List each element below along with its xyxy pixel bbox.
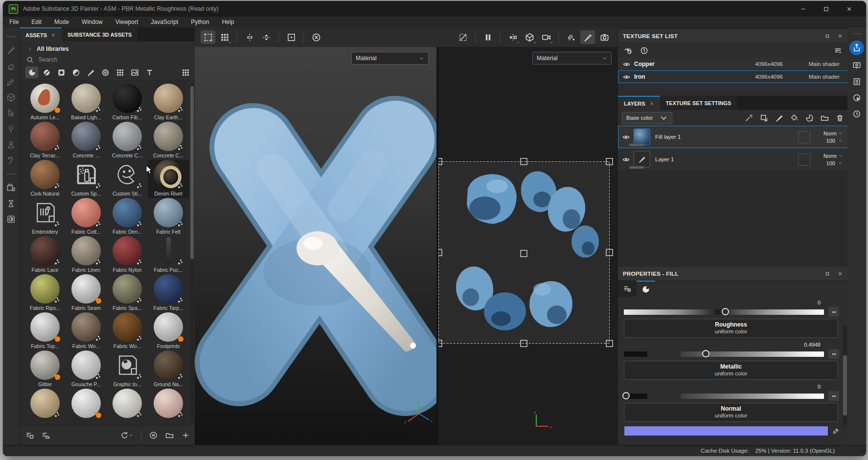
all-libraries-row[interactable]: All libraries: [20, 42, 195, 53]
asset-tile[interactable]: Custom Sp...: [66, 160, 107, 198]
mirror-y-button[interactable]: [259, 30, 274, 44]
asset-tile[interactable]: Fabric Lace: [24, 236, 66, 274]
pause-button[interactable]: [480, 30, 495, 44]
clear-button[interactable]: [149, 431, 158, 439]
shading-mode-dropdown-3d[interactable]: Material: [351, 52, 429, 65]
asset-tile[interactable]: Carbon Fib...: [107, 84, 148, 122]
eye-refresh-icon[interactable]: [624, 46, 632, 55]
asset-tile[interactable]: Concrete ...: [66, 122, 107, 160]
list-save-button[interactable]: [25, 431, 34, 439]
filter-images-button[interactable]: [128, 66, 141, 78]
assets-scrollbar[interactable]: [190, 83, 194, 422]
layers-empty-area[interactable]: [618, 171, 848, 267]
texture-set-row[interactable]: Iron 4096x4096 Main shader: [618, 70, 848, 83]
reset-button[interactable]: [309, 30, 323, 44]
channel-filter-dropdown[interactable]: Base color: [622, 112, 672, 124]
effect-wand-button[interactable]: [745, 113, 753, 122]
menu-javascript[interactable]: JavaScript: [144, 18, 184, 26]
new-folder-button[interactable]: [165, 431, 174, 439]
close-icon[interactable]: [846, 6, 852, 12]
smart-material-button[interactable]: [805, 113, 814, 122]
tab-layer-parameters[interactable]: [618, 281, 637, 297]
particles-button[interactable]: [564, 30, 578, 44]
asset-tile[interactable]: Autumn Le...: [24, 84, 66, 122]
close-tab-icon[interactable]: [51, 33, 56, 38]
viewport-3d[interactable]: Material y z x: [195, 47, 436, 445]
eraser-tool[interactable]: [6, 61, 16, 70]
tab-substance-3d-assets[interactable]: SUBSTANCE 3D ASSETS: [62, 27, 137, 42]
eye-icon[interactable]: [623, 61, 630, 68]
asset-tile[interactable]: [66, 389, 107, 425]
asset-tile[interactable]: Fabric Nylon: [107, 236, 148, 274]
clone-tool[interactable]: [6, 124, 16, 133]
blend-mode-dropdown[interactable]: Norm: [823, 131, 843, 136]
maximize-icon[interactable]: [823, 6, 829, 12]
filter-stencils-button[interactable]: [55, 66, 68, 78]
history-tool[interactable]: [6, 198, 16, 208]
properties-scrollbar[interactable]: [843, 326, 847, 425]
filter-materials-button[interactable]: [25, 66, 38, 78]
normal-channel-button[interactable]: Normal uniform color: [624, 403, 838, 422]
asset-tile[interactable]: Glitter: [24, 350, 66, 389]
menu-mode[interactable]: Mode: [48, 18, 75, 26]
asset-tile[interactable]: Fabric Cott...: [66, 198, 107, 236]
tiling-button[interactable]: [217, 30, 232, 44]
filter-alphas-button[interactable]: [99, 66, 112, 78]
asset-tile[interactable]: Fabric Top...: [24, 312, 66, 350]
asset-tile[interactable]: Fabric Den...: [107, 198, 148, 236]
assets-tool[interactable]: [6, 183, 16, 192]
paint-mode-button[interactable]: [580, 30, 595, 44]
opacity-dropdown[interactable]: 100: [826, 138, 843, 144]
stamp-tool[interactable]: [6, 140, 16, 150]
asset-tile[interactable]: Embroidery: [24, 198, 66, 236]
tab-layers[interactable]: LAYERS: [618, 96, 660, 110]
roughness-channel-button[interactable]: Roughness uniform color: [624, 319, 838, 338]
layer-row[interactable]: Layer 1 Norm 100: [618, 148, 848, 171]
mirror-x-button[interactable]: [242, 30, 257, 44]
asset-tile[interactable]: Clay Earth...: [148, 84, 189, 122]
channel-slider[interactable]: [624, 349, 839, 359]
menu-viewport[interactable]: Viewport: [109, 18, 144, 26]
asset-tile[interactable]: [148, 389, 189, 425]
delete-layer-button[interactable]: [836, 113, 844, 122]
refresh-button[interactable]: [120, 431, 133, 439]
close-tab-icon[interactable]: [649, 101, 654, 106]
eye-icon[interactable]: [622, 133, 630, 141]
menu-window[interactable]: Window: [75, 18, 109, 26]
filter-patterns-button[interactable]: [114, 66, 126, 78]
viewport-2d[interactable]: v u Material: [438, 47, 617, 445]
tab-assets[interactable]: ASSETS: [20, 27, 62, 42]
tab-material-properties[interactable]: [637, 281, 655, 297]
asset-tile[interactable]: Fabric Puc...: [148, 236, 189, 274]
add-paint-layer-button[interactable]: [775, 113, 783, 122]
uniform-color-swatch[interactable]: [624, 426, 828, 436]
asset-tile[interactable]: Fabric Tarp...: [148, 274, 189, 312]
menu-help[interactable]: Help: [216, 18, 241, 26]
bucket-button[interactable]: [790, 113, 799, 122]
slider-track[interactable]: [681, 394, 824, 399]
filter-text-button[interactable]: [143, 66, 156, 78]
list-folder-button[interactable]: [42, 431, 50, 439]
search-input[interactable]: [38, 56, 157, 64]
restore-panel-icon[interactable]: [824, 271, 830, 277]
paint-tool[interactable]: [6, 45, 16, 55]
restore-panel-icon[interactable]: [824, 33, 830, 39]
expand-slider-button[interactable]: [828, 349, 839, 359]
asset-tile[interactable]: Gouache P...: [66, 350, 107, 389]
dock-grip[interactable]: [852, 33, 861, 34]
polygon-fill-tool[interactable]: [6, 93, 16, 102]
asset-tile[interactable]: [107, 389, 148, 425]
camera-mode-button[interactable]: [539, 30, 553, 44]
asset-tile[interactable]: Fabric Wo...: [107, 312, 148, 350]
asset-tile[interactable]: Custom Sti...: [107, 160, 148, 198]
tab-texture-set-settings[interactable]: TEXTURE SET SETTINGS: [660, 96, 737, 110]
shading-mode-dropdown-2d[interactable]: Material: [532, 52, 612, 65]
toolbar-grip[interactable]: [7, 36, 16, 37]
eye-icon[interactable]: [623, 73, 630, 81]
slider-handle[interactable]: [722, 308, 729, 315]
menu-file[interactable]: File: [3, 18, 25, 26]
add-fill-layer-button[interactable]: [760, 113, 768, 122]
smudge-tool[interactable]: [6, 109, 16, 118]
frame-button[interactable]: [284, 30, 298, 44]
export-button[interactable]: [849, 41, 864, 55]
